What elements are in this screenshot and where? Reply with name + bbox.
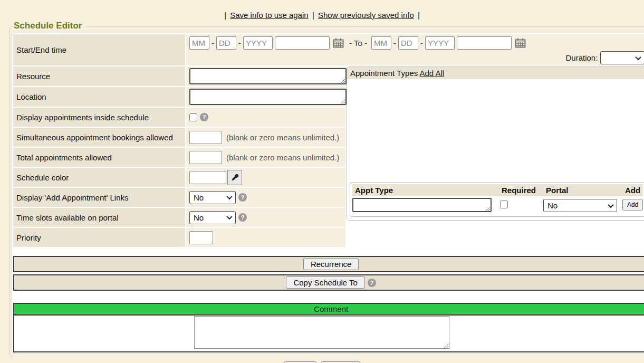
right-column: Appointment Types Add All Appt Type Requ… — [347, 66, 644, 221]
help-question-icon[interactable]: ? — [368, 279, 376, 287]
end-day-input[interactable] — [398, 36, 418, 50]
main-columns: Resource Location Display appointments i… — [13, 66, 644, 248]
pipe-separator: | — [418, 11, 420, 20]
portal-time-slots-value: No — [194, 213, 204, 222]
schedule-color-row: Schedule color — [13, 168, 345, 187]
column-header-portal: Portal — [543, 184, 622, 196]
duration-select[interactable] — [600, 51, 644, 64]
resource-input[interactable] — [189, 68, 347, 84]
resource-label: Resource — [13, 66, 185, 86]
total-appointments-input[interactable] — [189, 151, 222, 164]
location-input[interactable] — [189, 89, 347, 105]
appointment-types-list-empty — [347, 79, 644, 180]
date-dash: - — [238, 39, 241, 47]
duration-line: Duration: — [189, 51, 644, 64]
date-dash: - — [420, 39, 423, 47]
column-header-appt-type: Appt Type — [352, 184, 499, 196]
simultaneous-bookings-hint: (blank or zero means unlimited.) — [226, 133, 339, 142]
priority-input[interactable] — [189, 231, 213, 244]
display-appointments-checkbox[interactable] — [189, 113, 197, 121]
simultaneous-bookings-label: Simultaneous appointment bookings allowe… — [13, 128, 185, 147]
portal-time-slots-select[interactable]: No — [189, 211, 236, 224]
appointment-types-panel: Appointment Types Add All Appt Type Requ… — [347, 66, 644, 221]
end-time-input[interactable] — [457, 36, 512, 50]
copy-schedule-bar: Copy Schedule To ? — [13, 274, 644, 291]
appt-type-input[interactable] — [352, 198, 492, 212]
priority-label: Priority — [13, 228, 185, 247]
end-calendar-icon[interactable] — [515, 38, 526, 48]
form-surface: Start/End time - - — [12, 33, 644, 354]
appointment-type-column-headers: Appt Type Required Portal Add — [352, 184, 643, 196]
help-question-icon[interactable]: ? — [238, 213, 247, 222]
total-appointments-hint: (blank or zero means unlimited.) — [226, 153, 339, 162]
left-form-column: Resource Location Display appointments i… — [13, 66, 345, 248]
column-header-required: Required — [499, 184, 543, 196]
start-end-row: Start/End time - - — [13, 34, 644, 65]
eyedropper-icon — [231, 174, 239, 182]
add-all-link[interactable]: Add All — [419, 69, 444, 78]
simultaneous-bookings-input[interactable] — [189, 131, 222, 144]
portal-time-slots-label: Time slots available on portal — [13, 208, 185, 227]
total-appointments-row: Total appointments allowed (blank or zer… — [13, 148, 345, 167]
priority-row: Priority — [13, 228, 345, 247]
portal-time-slots-row: Time slots available on portal No ? — [13, 208, 345, 227]
appointment-types-title: Appointment Types — [350, 69, 418, 78]
save-info-link[interactable]: Save info to use again — [230, 11, 308, 20]
schedule-color-label: Schedule color — [13, 168, 185, 187]
column-header-add: Add — [622, 184, 643, 196]
comment-input[interactable] — [194, 316, 449, 349]
appointment-types-header: Appointment Types Add All — [347, 67, 644, 79]
comment-header: Comment — [14, 304, 644, 316]
help-question-icon[interactable]: ? — [200, 113, 208, 121]
pipe-separator: | — [224, 11, 226, 20]
start-month-input[interactable] — [189, 36, 209, 50]
chevron-down-icon — [226, 194, 232, 199]
appt-type-required-checkbox[interactable] — [500, 200, 508, 208]
start-day-input[interactable] — [216, 36, 236, 50]
chevron-down-icon — [226, 214, 232, 219]
add-appointment-links-select[interactable]: No — [189, 191, 236, 204]
recurrence-bar: Recurrence — [13, 256, 644, 272]
chevron-down-icon — [636, 54, 641, 60]
to-separator: - To - — [349, 39, 367, 47]
show-previously-saved-link[interactable]: Show previously saved info — [318, 11, 414, 20]
duration-label: Duration: — [565, 53, 598, 62]
start-calendar-icon[interactable] — [333, 38, 344, 48]
help-question-icon[interactable]: ? — [238, 193, 247, 202]
page-title: Schedule Editor — [13, 21, 85, 31]
start-time-input[interactable] — [275, 36, 330, 50]
schedule-color-input[interactable] — [189, 171, 226, 184]
top-links-bar: | Save info to use again | Show previous… — [0, 0, 644, 20]
date-line: - - — [189, 36, 644, 50]
start-year-input[interactable] — [243, 36, 273, 50]
appt-type-portal-select[interactable]: No — [543, 199, 617, 212]
date-dash: - — [393, 39, 396, 47]
appt-type-add-button[interactable]: Add — [622, 199, 643, 211]
schedule-editor-fieldset: Schedule Editor Start/End time - - — [9, 21, 644, 357]
location-label: Location — [13, 87, 185, 107]
copy-schedule-to-button[interactable]: Copy Schedule To — [286, 276, 364, 289]
add-appointment-links-label: Display 'Add Appointment' Links — [13, 188, 185, 207]
recurrence-button[interactable]: Recurrence — [303, 258, 359, 270]
display-appointments-row: Display appointments inside schedule ? — [13, 108, 345, 127]
comment-section: Comment — [13, 303, 644, 352]
simultaneous-bookings-row: Simultaneous appointment bookings allowe… — [13, 128, 345, 147]
color-picker-button[interactable] — [227, 170, 242, 185]
appt-type-portal-value: No — [547, 201, 558, 210]
add-appointment-links-value: No — [194, 193, 204, 202]
location-row: Location — [13, 87, 345, 107]
display-appointments-label: Display appointments inside schedule — [13, 108, 185, 127]
appointment-type-add-box: Appt Type Required Portal Add — [350, 182, 644, 217]
chevron-down-icon — [608, 202, 613, 207]
start-end-inputs: - - — [186, 34, 644, 65]
date-dash: - — [212, 39, 214, 47]
resource-row: Resource — [13, 66, 345, 86]
pipe-separator: | — [312, 11, 314, 20]
total-appointments-label: Total appointments allowed — [13, 148, 185, 167]
start-end-label: Start/End time — [13, 34, 185, 65]
end-month-input[interactable] — [371, 36, 391, 50]
add-appointment-links-row: Display 'Add Appointment' Links No ? — [13, 188, 345, 207]
end-year-input[interactable] — [425, 36, 455, 50]
appointment-type-entry-row: No Add — [352, 198, 643, 214]
